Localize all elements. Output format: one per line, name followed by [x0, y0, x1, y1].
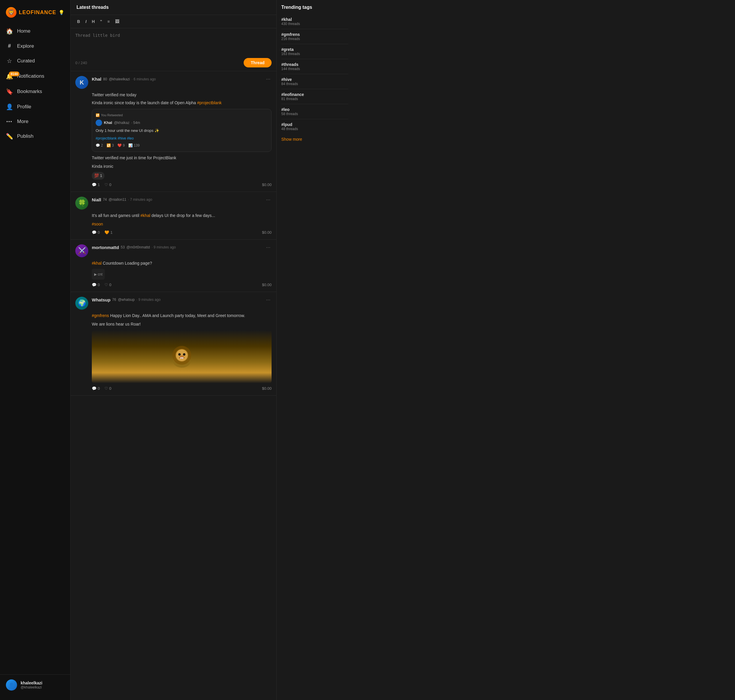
post-morton-header: ⚔️ mortonmattd 53 @m0rt0nmattd · 9 minut… [75, 244, 271, 257]
morton-image-placeholder: ▶ cnt [92, 269, 105, 279]
niall-like-action[interactable]: 🧡 1 [104, 230, 112, 235]
curated-label: Curated [17, 58, 35, 64]
niall-comment-count: 0 [98, 230, 100, 235]
gmfrens-tag[interactable]: #gmfrens [92, 313, 109, 318]
sidebar-footer: 👤 khaleelkazi @khaleelkazi [0, 674, 70, 695]
khal-tag[interactable]: #khal [92, 261, 101, 266]
post-niall-text: It's all fun and games until #khal delay… [92, 213, 271, 219]
profile-label: Profile [17, 104, 31, 110]
tweet-stat-likes: ❤️ 9 [117, 143, 125, 148]
image-button[interactable]: 🖼 [113, 18, 121, 25]
post-niall-author: Niall [92, 197, 101, 202]
avatar-khal: K [75, 76, 88, 89]
sidebar-item-profile[interactable]: 👤 Profile [0, 99, 70, 115]
publish-label: Publish [17, 133, 34, 139]
logo-icon: 🦁 [6, 7, 16, 18]
projectblank-link[interactable]: #projectblank [197, 100, 222, 105]
sidebar: 🦁 LEOFINANCE 💡 🏠 Home # Explore ☆ Curate… [0, 0, 70, 700]
post-whatsup-text1: #gmfrens Happy Lion Day.. AMA and Launch… [92, 313, 271, 319]
reaction-100[interactable]: 💯 1 [92, 172, 104, 179]
section-title: Latest threads [70, 0, 276, 15]
sidebar-item-bookmarks[interactable]: 🔖 Bookmarks [0, 84, 70, 99]
post-morton-more[interactable]: ··· [265, 244, 271, 250]
main-content: Latest threads B I H " ≡ 🖼 0 / 240 Threa… [70, 0, 735, 700]
post-khal-handle: @khaleelkazi [109, 77, 130, 81]
post-whatsup-header: 🌍 Whatsup 76 @whatsup · 9 minutes ago ··… [75, 297, 271, 310]
whatsup-like-action[interactable]: ♡ 0 [104, 386, 111, 391]
editor-area: B I H " ≡ 🖼 0 / 240 Thread [70, 15, 276, 71]
tweet-time: · 54m [131, 120, 140, 125]
avatar-niall: 🍀 [75, 197, 88, 210]
tweet-handle: @khalkaz [114, 120, 129, 125]
trending-tag-greta[interactable]: #greta 163 threads [281, 44, 348, 59]
tag-name-hive: #hive [281, 77, 348, 82]
post-khal-more[interactable]: ··· [265, 76, 271, 82]
thread-input[interactable] [70, 28, 276, 55]
list-button[interactable]: ≡ [106, 18, 111, 25]
niall-comment-action[interactable]: 💬 0 [92, 230, 100, 235]
morton-post-value: $0.00 [262, 282, 271, 287]
post-khal-embedded-text: Twitter verified me just in time for Pro… [92, 155, 271, 161]
post-morton-author-line: mortonmattd 53 @m0rt0nmattd · 9 minutes … [92, 244, 271, 250]
post-niall-meta: Niall 74 @niallon11 · 7 minutes ago ··· [92, 197, 271, 203]
editor-toolbar: B I H " ≡ 🖼 [70, 15, 276, 28]
post-morton-handle: @m0rt0nmattd [126, 245, 150, 249]
post-niall-time: · 7 minutes ago [128, 197, 152, 201]
whatsup-comment-count: 0 [98, 386, 100, 391]
comment-action[interactable]: 💬 1 [92, 182, 100, 187]
post-niall-more[interactable]: ··· [265, 197, 271, 203]
tweet-avatar [95, 119, 102, 126]
thread-button[interactable]: Thread [244, 58, 271, 68]
sidebar-item-publish[interactable]: ✏️ Publish [0, 129, 70, 144]
more-label: More [17, 119, 29, 125]
bulb-icon[interactable]: 💡 [59, 10, 65, 15]
tweet-tags: #projectblank #hive #leo [95, 136, 268, 141]
whatsup-like-count: 0 [109, 386, 111, 391]
post-morton-level: 53 [121, 245, 125, 249]
user-name: khaleelkazi [21, 681, 43, 685]
post-khal-body: Twitter verified me today Kinda ironic s… [75, 92, 271, 179]
post-niall: 🍀 Niall 74 @niallon11 · 7 minutes ago ··… [70, 192, 276, 240]
post-niall-footer: 💬 0 🧡 1 $0.00 [75, 230, 271, 235]
post-morton-footer: 💬 0 ♡ 0 $0.00 [75, 282, 271, 287]
trending-tag-gmfrens[interactable]: #gmfrens 216 threads [281, 29, 348, 44]
post-whatsup-meta: Whatsup 76 @whatsup · 9 minutes ago ··· [92, 297, 271, 303]
bold-button[interactable]: B [75, 18, 82, 25]
morton-like-icon: ♡ [104, 282, 108, 287]
thread-area: Latest threads B I H " ≡ 🖼 0 / 240 Threa… [70, 0, 277, 700]
show-more-button[interactable]: Show more [281, 134, 302, 144]
trending-tag-threads[interactable]: #threads 144 threads [281, 59, 348, 74]
profile-icon: 👤 [6, 103, 13, 110]
niall-like-icon: 🧡 [104, 230, 109, 235]
sidebar-item-notifications[interactable]: 🔔 8144 Notifications [0, 69, 70, 84]
post-whatsup-more[interactable]: ··· [265, 297, 271, 303]
morton-like-action[interactable]: ♡ 0 [104, 282, 111, 287]
trending-tag-hive[interactable]: #hive 84 threads [281, 74, 348, 89]
post-khal-author: Khal [92, 76, 101, 82]
trending-tag-leofinance[interactable]: #leofinance 81 threads [281, 89, 348, 104]
post-khal: K Khal 80 @khaleelkazi · 6 minutes ago ·… [70, 71, 276, 192]
lion-svg [164, 339, 200, 374]
trending-tag-lpud[interactable]: #lpud 48 threads [281, 119, 348, 134]
like-action[interactable]: ♡ 0 [104, 182, 111, 187]
whatsup-comment-action[interactable]: 💬 0 [92, 386, 100, 391]
post-morton: ⚔️ mortonmattd 53 @m0rt0nmattd · 9 minut… [70, 240, 276, 292]
sidebar-item-more[interactable]: ••• More [0, 115, 70, 129]
sidebar-item-curated[interactable]: ☆ Curated [0, 53, 70, 69]
post-niall-header: 🍀 Niall 74 @niallon11 · 7 minutes ago ··… [75, 197, 271, 210]
heading-button[interactable]: H [90, 18, 97, 25]
post-morton-meta: mortonmattd 53 @m0rt0nmattd · 9 minutes … [92, 244, 271, 250]
trending-tag-khal[interactable]: #khal 430 threads [281, 14, 348, 29]
notifications-label: Notifications [17, 73, 44, 79]
morton-comment-action[interactable]: 💬 0 [92, 282, 100, 287]
trending-tag-leo[interactable]: #leo 58 threads [281, 104, 348, 119]
khal-link[interactable]: #khal [140, 213, 150, 218]
right-panel: Trending tags #khal 430 threads #gmfrens… [277, 0, 353, 700]
sidebar-item-home[interactable]: 🏠 Home [0, 24, 70, 39]
sidebar-item-explore[interactable]: # Explore [0, 39, 70, 53]
soon-tag[interactable]: #soon [92, 222, 103, 226]
tag-count-gmfrens: 216 threads [281, 37, 348, 41]
post-khal-ironic: Kinda ironic [92, 163, 271, 169]
italic-button[interactable]: I [84, 18, 88, 25]
quote-button[interactable]: " [98, 18, 104, 25]
